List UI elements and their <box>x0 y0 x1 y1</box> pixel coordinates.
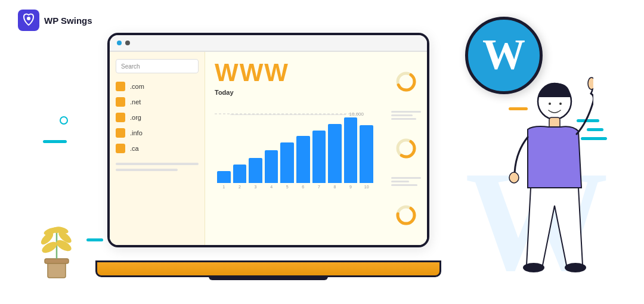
person-illustration <box>474 69 593 289</box>
plant-illustration <box>39 209 75 280</box>
bar-6 <box>296 136 310 183</box>
line-group-2 <box>389 177 423 186</box>
bar-label-8: 8 <box>328 185 342 189</box>
screen-content: Search .com .net .org .info <box>110 52 427 245</box>
menu-icon-org <box>116 113 125 122</box>
svg-point-1 <box>27 17 30 20</box>
svg-point-28 <box>559 103 562 105</box>
today-label: Today <box>215 89 376 96</box>
chart-dashed-line <box>215 110 376 117</box>
deco-rect-1 <box>43 140 67 143</box>
screen-main: WWW Today 10,000 12345678910 <box>205 52 385 245</box>
svg-point-27 <box>549 103 551 105</box>
donut-2 <box>394 137 418 160</box>
donut-3 <box>394 203 418 227</box>
menu-item-com: .com <box>116 82 199 91</box>
nav-dot-2 <box>125 41 130 45</box>
menu-item-net: .net <box>116 97 199 107</box>
search-label: Search <box>121 63 140 70</box>
bar-4 <box>265 150 278 183</box>
svg-point-24 <box>565 263 586 272</box>
logo-text: WP Swings <box>44 15 92 26</box>
wp-swings-logo-icon <box>18 10 39 31</box>
svg-point-21 <box>588 77 593 89</box>
bar-5 <box>280 142 294 183</box>
bar-label-6: 6 <box>296 185 310 189</box>
chart-area: 10,000 12345678910 <box>215 106 376 201</box>
bar-9 <box>344 117 358 183</box>
bar-8 <box>328 124 342 183</box>
menu-icon-info <box>116 128 125 138</box>
menu-label-com: .com <box>130 83 144 90</box>
menu-item-org: .org <box>116 113 199 122</box>
www-title: WWW <box>215 60 376 85</box>
bar-2 <box>233 165 247 183</box>
bar-label-10: 10 <box>360 185 373 189</box>
divider-lines <box>116 163 199 171</box>
line-group-1 <box>389 111 423 120</box>
divider-line-2 <box>116 169 178 171</box>
bar-1 <box>217 171 231 183</box>
menu-label-ca: .ca <box>130 145 139 152</box>
svg-point-23 <box>523 263 544 272</box>
menu-item-ca: .ca <box>116 144 199 153</box>
bar-3 <box>249 158 262 183</box>
svg-point-11 <box>51 227 63 233</box>
screen-topbar <box>110 35 427 52</box>
laptop-illustration: Search .com .net .org .info <box>95 33 441 277</box>
bar-10 <box>360 125 373 183</box>
laptop-screen: Search .com .net .org .info <box>107 33 429 247</box>
small-line-6 <box>391 184 417 186</box>
menu-icon-net <box>116 97 125 107</box>
menu-label-org: .org <box>130 114 141 121</box>
small-line-1 <box>391 111 421 113</box>
divider-line-1 <box>116 163 199 165</box>
nav-dot-1 <box>117 41 122 45</box>
svg-rect-3 <box>45 259 69 263</box>
bar-labels: 12345678910 <box>215 185 376 189</box>
small-line-5 <box>391 181 409 182</box>
small-line-2 <box>391 114 413 116</box>
laptop-base <box>95 260 441 277</box>
deco-circle-1 <box>60 116 68 125</box>
screen-sidebar: Search .com .net .org .info <box>110 52 205 245</box>
menu-item-info: .info <box>116 128 199 138</box>
small-line-3 <box>391 118 416 120</box>
donut-1 <box>394 70 418 94</box>
bar-7 <box>312 131 326 183</box>
menu-icon-com <box>116 82 125 91</box>
svg-point-22 <box>509 172 519 183</box>
bar-label-5: 5 <box>280 185 294 189</box>
small-line-4 <box>391 177 421 179</box>
bar-label-1: 1 <box>217 185 231 189</box>
bar-label-9: 9 <box>344 185 358 189</box>
header: WP Swings <box>18 10 92 31</box>
screen-right-panel <box>385 52 427 245</box>
menu-label-net: .net <box>130 98 141 106</box>
bar-label-3: 3 <box>249 185 262 189</box>
bar-label-2: 2 <box>233 185 247 189</box>
bar-label-4: 4 <box>265 185 278 189</box>
wordpress-logo: W <box>465 17 543 94</box>
menu-label-info: .info <box>130 129 143 137</box>
menu-icon-ca <box>116 144 125 153</box>
search-bar[interactable]: Search <box>116 59 199 73</box>
bar-label-7: 7 <box>312 185 326 189</box>
wordpress-letter: W <box>482 33 525 76</box>
